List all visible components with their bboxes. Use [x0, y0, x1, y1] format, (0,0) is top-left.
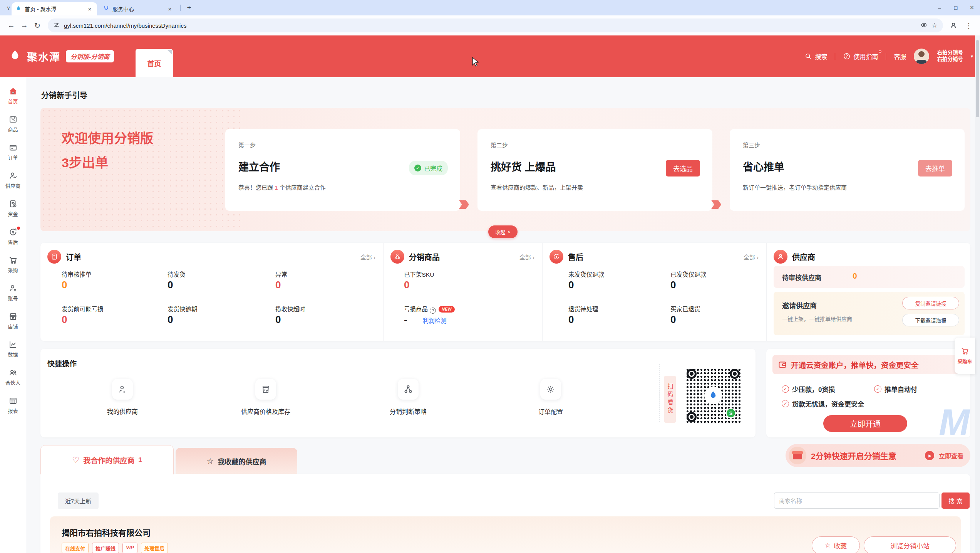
- help-question-icon[interactable]: ?: [430, 308, 436, 314]
- quick-action-label: 分销判断策略: [390, 407, 427, 416]
- copy-invite-link-button[interactable]: 复制邀请链接: [902, 297, 959, 309]
- quick-supplier-price-stock[interactable]: 供应商价格及库存: [233, 379, 298, 416]
- sidebar-item-orders[interactable]: 订单: [0, 138, 26, 166]
- account-line2: 右拍分销号: [937, 56, 963, 63]
- promo-view-now-link[interactable]: 立即查看: [939, 451, 963, 460]
- reload-button[interactable]: ↻: [31, 19, 44, 32]
- sidebar-item-shops[interactable]: 店铺: [0, 307, 26, 335]
- window-minimize-button[interactable]: –: [931, 0, 948, 15]
- quick-order-config[interactable]: 订单配置: [518, 379, 583, 416]
- sidebar-item-partners[interactable]: 合伙人: [0, 363, 26, 391]
- visibility-off-icon[interactable]: [920, 21, 928, 30]
- stat-value[interactable]: 0: [168, 279, 173, 291]
- quick-distribution-strategy[interactable]: 分销判断策略: [375, 379, 441, 416]
- step3-desc: 新订单一键推送，老订单手动指定供应商: [743, 183, 952, 191]
- browser-tab-service[interactable]: 服务中心 ×: [99, 2, 177, 15]
- sidebar-item-home[interactable]: 首页: [0, 82, 26, 110]
- products-view-all-link[interactable]: 全部 ›: [519, 253, 534, 261]
- browser-menu-icon[interactable]: ⋮: [962, 19, 975, 32]
- stat-value[interactable]: 0: [275, 279, 281, 291]
- scrollbar-thumb[interactable]: [976, 40, 979, 117]
- url-bar[interactable]: gyl.scm121.com/channel/my/businessDynami…: [48, 18, 943, 32]
- scrollbar[interactable]: [975, 35, 980, 553]
- download-poster-button[interactable]: 下载邀请海报: [902, 314, 959, 326]
- profile-icon[interactable]: [947, 19, 960, 32]
- user-avatar[interactable]: [914, 49, 929, 64]
- nav-tab-home[interactable]: 首页: [136, 49, 173, 77]
- forward-button[interactable]: →: [18, 19, 31, 32]
- stat-value[interactable]: 0: [568, 279, 574, 291]
- purchase-cart-float-button[interactable]: 采购车: [955, 338, 975, 374]
- account-caret-down-icon[interactable]: ▾: [971, 54, 973, 59]
- star-icon: ☆: [207, 457, 214, 466]
- customer-service-button[interactable]: 客服: [894, 52, 906, 61]
- sidebar-item-aftersale[interactable]: 售后: [0, 222, 26, 250]
- browser-tab-active[interactable]: 首页 - 聚水潭 ×: [12, 2, 97, 15]
- tab-fold-corner: [168, 50, 172, 54]
- merchant-search-button[interactable]: 搜 索: [941, 492, 970, 509]
- price-stock-icon: [255, 379, 276, 400]
- stat-value[interactable]: 0: [670, 279, 676, 291]
- star-icon: ☆: [825, 541, 831, 550]
- stat-value[interactable]: 0: [404, 279, 409, 291]
- check-circle-icon: ✓: [414, 165, 421, 171]
- stat-value[interactable]: 0: [62, 314, 67, 326]
- pending-supplier-value: 0: [853, 271, 857, 281]
- open-fund-account-button[interactable]: 立即开通: [823, 415, 907, 432]
- sidebar-item-purchase[interactable]: 采购: [0, 250, 26, 279]
- visit-distribution-site-button[interactable]: 浏览分销小站: [864, 536, 956, 553]
- chevrons-decoration-icon: ›››: [458, 190, 464, 215]
- usage-guide-button[interactable]: 使用指南: [843, 52, 878, 61]
- sidebar-item-reports[interactable]: 报表: [0, 391, 26, 419]
- favorite-supplier-button[interactable]: ☆ 收藏: [812, 536, 860, 553]
- url-text[interactable]: gyl.scm121.com/channel/my/businessDynami…: [64, 22, 916, 29]
- sidebar-item-suppliers[interactable]: 供应商: [0, 166, 26, 194]
- new-tab-button[interactable]: +: [184, 3, 194, 13]
- supplier-row[interactable]: 揭阳市右拍科技有限公司 在线支付 推广赚钱 VIP 处理售后 ☆ 收藏 浏览分销…: [50, 516, 961, 553]
- window-close-button[interactable]: ×: [964, 0, 980, 15]
- profit-check-link[interactable]: 利润检测: [423, 318, 447, 324]
- stat-value[interactable]: 0: [168, 314, 173, 326]
- fund-point-1: ✓ 少压款，0资损: [782, 384, 835, 394]
- window-maximize-button[interactable]: □: [948, 0, 964, 15]
- sidebar-item-account[interactable]: 账号: [0, 279, 26, 307]
- account-name[interactable]: 右拍分销号 右拍分销号: [937, 50, 963, 63]
- stat-value[interactable]: 0: [568, 314, 574, 326]
- sidebar-item-products[interactable]: 商品: [0, 110, 26, 138]
- stat-label: 待审核推单: [62, 270, 92, 278]
- back-button[interactable]: ←: [5, 19, 18, 32]
- merchant-search-input[interactable]: [774, 492, 940, 509]
- tab-my-partner-suppliers[interactable]: ♡ 我合作的供应商 1: [40, 445, 174, 474]
- angle-right-icon: ›: [374, 254, 375, 261]
- tab-title: 首页 - 聚水潭: [25, 5, 83, 13]
- pending-supplier-box[interactable]: 待审核供应商 0: [774, 266, 965, 288]
- stat-value[interactable]: 0: [62, 279, 67, 291]
- orders-view-all-link[interactable]: 全部 ›: [360, 253, 375, 261]
- qr-finder-icon: [730, 369, 740, 379]
- site-settings-tune-icon[interactable]: [53, 22, 60, 30]
- tab-favorite-suppliers[interactable]: ☆ 我收藏的供应商: [176, 448, 297, 474]
- tab-close-icon[interactable]: ×: [86, 6, 93, 12]
- collapse-banner-button[interactable]: 收起 ∧: [488, 225, 518, 238]
- tab-close-icon[interactable]: ×: [166, 6, 173, 12]
- check-circle-icon: ✓: [782, 400, 789, 407]
- header-search-button[interactable]: 搜索: [804, 52, 827, 61]
- promo-banner[interactable]: 2分钟快速开启分销生意 ▶ 立即查看: [786, 444, 970, 467]
- aftersale-refund-icon: [8, 227, 18, 237]
- bookmark-star-icon[interactable]: ☆: [931, 21, 938, 30]
- quick-my-suppliers[interactable]: 我的供应商: [90, 379, 155, 416]
- recent-new-filter-chip[interactable]: 近7天上新: [58, 492, 99, 509]
- products-panel-icon: [390, 250, 404, 264]
- sidebar-item-label: 合伙人: [5, 379, 20, 386]
- header-divider: [886, 53, 886, 60]
- stat-value[interactable]: 0: [670, 314, 676, 326]
- aftersale-view-all-link[interactable]: 全部 ›: [744, 253, 759, 261]
- sidebar-item-funds[interactable]: 资金: [0, 194, 26, 222]
- stat-value[interactable]: 0: [275, 314, 281, 326]
- pick-goods-button[interactable]: 去选品: [666, 160, 700, 176]
- supplier-person-icon: [8, 171, 18, 180]
- stat-label: 未发货仅退款: [568, 270, 604, 278]
- push-order-button[interactable]: 去推单: [918, 160, 952, 176]
- sidebar-item-data[interactable]: 数据: [0, 335, 26, 363]
- browser-tab-strip: ∨ 首页 - 聚水潭 × 服务中心 × + – □ ×: [0, 0, 980, 15]
